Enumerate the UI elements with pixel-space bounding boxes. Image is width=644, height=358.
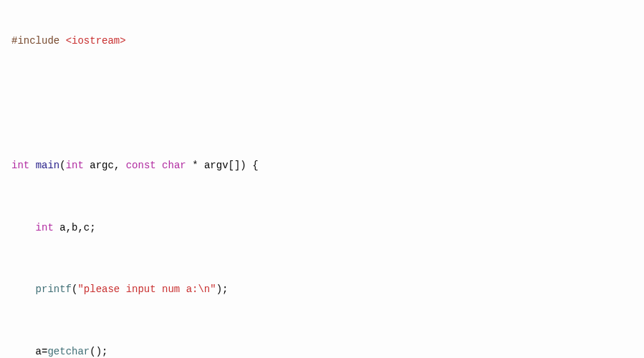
code-line[interactable]: int main(int argc, const char * argv[]) … xyxy=(11,158,638,174)
code-line[interactable]: #include <iostream> xyxy=(11,34,638,49)
code-line[interactable]: a=getchar(); xyxy=(11,344,638,358)
code-editor[interactable]: #include <iostream> int main(int argc, c… xyxy=(0,0,644,358)
code-line[interactable] xyxy=(11,96,638,112)
include-target: <iostream> xyxy=(66,35,126,47)
function-name: main xyxy=(36,160,60,171)
preprocessor-token: #include xyxy=(11,35,59,47)
code-line[interactable]: printf("please input num a:\n"); xyxy=(11,282,638,298)
code-line[interactable]: int a,b,c; xyxy=(11,221,638,236)
